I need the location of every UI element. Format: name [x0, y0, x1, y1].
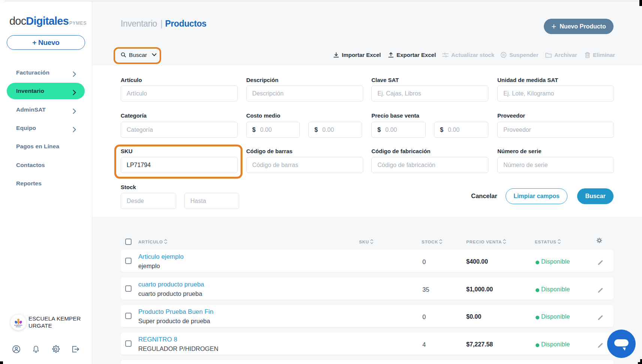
svg-text:SCHOOL: SCHOOL: [16, 326, 21, 328]
